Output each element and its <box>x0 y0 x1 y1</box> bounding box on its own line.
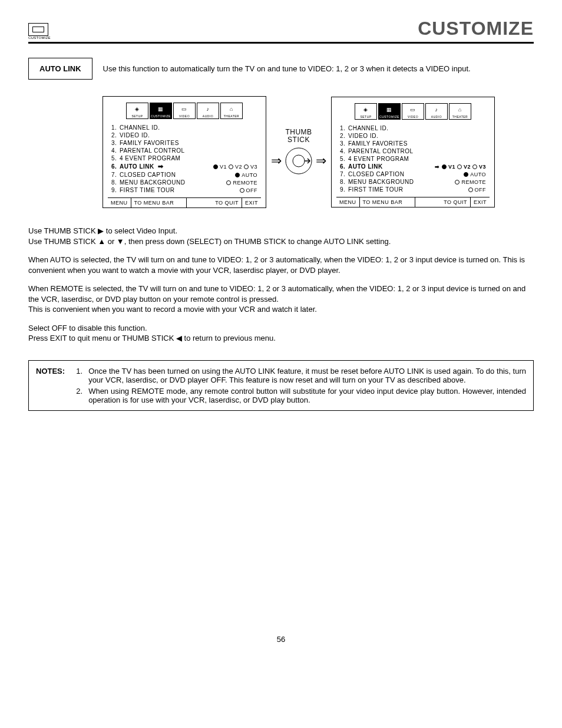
menu-item: 1.CHANNEL ID. <box>340 124 486 132</box>
menu-item: 5.4 EVENT PROGRAM <box>340 155 486 163</box>
thumbstick-label: THUMBSTICK <box>285 129 312 144</box>
note-text: Once the TV has been turned on using the… <box>88 367 526 384</box>
menu-tab: ▭VIDEO <box>402 103 424 120</box>
footer-bar: TO MENU BAR <box>360 197 415 207</box>
note-text: When using REMOTE mode, any remote contr… <box>88 387 526 404</box>
menu-tab: ⌂THEATER <box>220 103 243 119</box>
radio-icon <box>240 188 244 193</box>
note-number: 2. <box>73 387 82 404</box>
menu-item: 1.CHANNEL ID. <box>111 124 257 131</box>
radio-icon <box>457 164 462 169</box>
footer-menu: MENU <box>336 197 360 207</box>
menu-tab: ◈SETUP <box>355 103 377 120</box>
notes-label: NOTES: <box>36 367 65 384</box>
menu-item: 8.MENU BACKGROUNDREMOTE <box>111 179 257 186</box>
footer-exit: EXIT <box>471 197 490 207</box>
menu-item: 7.CLOSED CAPTIONAUTO <box>111 171 257 179</box>
footer-bar: TO MENU BAR <box>131 198 187 207</box>
menu-item: 7.CLOSED CAPTIONAUTO <box>340 170 486 178</box>
radio-icon <box>468 187 473 192</box>
menu-item: 6.AUTO LINK➡V1V2V3 <box>340 163 486 170</box>
radio-icon <box>472 164 477 169</box>
menu-item: 2.VIDEO ID. <box>111 131 257 139</box>
menu-screen-left: ◈SETUP▦CUSTOMIZE▭VIDEO♪AUDIO⌂THEATER 1.C… <box>103 96 266 208</box>
thumbstick-diagram: THUMBSTICK ⇒ ⇒ <box>271 129 326 176</box>
radio-icon <box>235 173 240 177</box>
menu-tab: ▦CUSTOMIZE <box>150 103 172 119</box>
arrow-right-icon: ⇒ <box>316 154 326 167</box>
page-title: CUSTOMIZE <box>418 18 534 39</box>
menu-tab: ♪AUDIO <box>425 103 448 120</box>
footer-menu: MENU <box>108 198 131 207</box>
section-label: AUTO LINK <box>28 58 92 80</box>
menu-item: 5.4 EVENT PROGRAM <box>111 154 257 162</box>
footer-quit: TO QUIT <box>187 198 242 207</box>
radio-icon <box>229 164 233 169</box>
menu-tab: ◈SETUP <box>126 103 148 119</box>
svg-point-1 <box>293 155 305 167</box>
menu-item: 6.AUTO LINK➡V1V2V3 <box>111 162 257 171</box>
menu-item: 4.PARENTAL CONTROL <box>340 147 486 155</box>
radio-icon <box>455 180 459 185</box>
arrow-right-icon: ⇒ <box>271 154 282 167</box>
menu-screen-right: ◈SETUP▦CUSTOMIZE▭VIDEO♪AUDIO⌂THEATER 1.C… <box>331 97 495 207</box>
menu-item: 9.FIRST TIME TOUROFF <box>111 186 257 194</box>
radio-icon <box>464 172 468 177</box>
radio-icon <box>442 164 447 169</box>
menu-item: 2.VIDEO ID. <box>340 132 486 140</box>
menu-item: 3.FAMILY FAVORITES <box>340 140 486 147</box>
divider <box>28 42 534 44</box>
footer-quit: TO QUIT <box>415 197 471 207</box>
footer-exit: EXIT <box>242 198 261 207</box>
instruction-1: Use THUMB STICK ▶ to select Video Input.… <box>28 226 534 246</box>
section-description: Use this function to automatically turn … <box>103 64 534 73</box>
instruction-3: When REMOTE is selected, the TV will tur… <box>28 284 534 315</box>
page-number: 56 <box>28 635 534 644</box>
instruction-2: When AUTO is selected, the TV will turn … <box>28 255 534 275</box>
header-icon: CUSTOMIZE <box>28 23 51 39</box>
menu-tab: ♪AUDIO <box>197 103 219 119</box>
header-icon-label: CUSTOMIZE <box>28 36 51 39</box>
menu-tab: ⌂THEATER <box>449 103 471 120</box>
menu-item: 9.FIRST TIME TOUROFF <box>340 186 486 193</box>
menu-tab: ▦CUSTOMIZE <box>378 103 401 120</box>
arrow-right-icon: ➡ <box>158 163 164 170</box>
radio-icon <box>244 164 249 169</box>
menu-item: 8.MENU BACKGROUNDREMOTE <box>340 178 486 186</box>
menu-item: 3.FAMILY FAVORITES <box>111 139 257 147</box>
radio-icon <box>213 164 218 169</box>
instruction-4: Select OFF to disable this function. Pre… <box>28 323 534 344</box>
menu-item: 4.PARENTAL CONTROL <box>111 147 257 154</box>
notes-box: NOTES: 1. Once the TV has been turned on… <box>28 360 534 411</box>
radio-icon <box>226 180 231 185</box>
thumbstick-icon <box>284 146 313 176</box>
menu-tab: ▭VIDEO <box>173 103 196 119</box>
note-number: 1. <box>73 367 82 384</box>
diagram: ◈SETUP▦CUSTOMIZE▭VIDEO♪AUDIO⌂THEATER 1.C… <box>64 96 534 208</box>
arrow-right-icon: ➡ <box>435 164 440 170</box>
